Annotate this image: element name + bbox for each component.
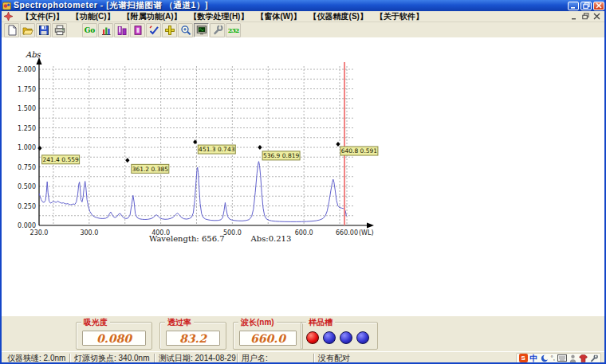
restore-button[interactable]	[580, 2, 592, 10]
status-slit: 仪器狭缝: 2.0nm	[5, 353, 69, 364]
sample-cell-led-blue[interactable]	[340, 331, 352, 344]
status-separator	[69, 354, 71, 362]
open-file-button[interactable]	[20, 23, 35, 37]
color-bar-chart-icon	[100, 25, 112, 36]
menu-about[interactable]: 【关于软件】	[372, 11, 427, 22]
open-folder-icon	[22, 25, 33, 36]
sample-cell-led-red[interactable]	[306, 331, 319, 344]
new-page-icon	[6, 25, 18, 36]
svg-text:1.000: 1.000	[18, 144, 36, 151]
floppy-disk-icon	[38, 25, 49, 36]
sample-cell-leds	[306, 331, 369, 344]
window-title: Spectrophotometer - [光谱扫描图谱 （通道1）]	[14, 0, 566, 11]
settings-wrench-button[interactable]	[210, 23, 225, 37]
minimize-button[interactable]	[568, 2, 579, 10]
mdi-restore-button[interactable]	[580, 12, 591, 22]
svg-text:1.750: 1.750	[18, 86, 36, 93]
wavelength-label: 波长(nm)	[238, 317, 277, 328]
spectrum-client-area: Abs2.0001.7501.5001.2501.0000.7500.5000.…	[2, 38, 604, 316]
save-file-button[interactable]	[36, 23, 51, 37]
mdi-minimize-button[interactable]	[569, 12, 580, 22]
svg-text:(WL): (WL)	[359, 229, 374, 237]
rs232-label: 232	[228, 26, 239, 34]
status-lamp-switch: 灯源切换点: 340.0nm	[72, 353, 153, 364]
sample-cell-led-blue[interactable]	[323, 331, 336, 344]
svg-text:0.250: 0.250	[18, 203, 36, 210]
skin-shirt-icon[interactable]	[579, 354, 588, 362]
svg-text:640.8 0.591: 640.8 0.591	[341, 147, 378, 155]
color-bar-graph-button[interactable]	[98, 23, 113, 37]
document-window-icon[interactable]	[4, 12, 13, 21]
tray-wrench-icon[interactable]	[590, 354, 598, 362]
absorbance-group: 吸光度 0.080	[76, 322, 152, 350]
manual-adjust-button[interactable]	[162, 23, 177, 37]
status-test-date: 测试日期: 2014-08-29	[156, 353, 236, 364]
yellow-cross-icon	[164, 25, 175, 36]
transmittance-value: 83.2	[166, 331, 220, 346]
soft-keyboard-icon[interactable]	[557, 354, 567, 362]
status-pairing: 没有配对	[316, 353, 435, 364]
menu-instrument-accuracy[interactable]: 【仪器精度(S)】	[305, 11, 372, 22]
wavelength-readout: Wavelength: 656.7	[149, 234, 225, 243]
person-icon[interactable]	[569, 354, 576, 362]
chinese-mode-icon[interactable]: 中	[530, 354, 538, 362]
sogou-input-icon[interactable]: S	[519, 354, 528, 362]
svg-text:1.500: 1.500	[18, 105, 36, 112]
sample-cell-group: 样品槽	[301, 322, 378, 350]
checkmark-icon	[148, 25, 159, 36]
svg-text:241.4 0.559: 241.4 0.559	[42, 156, 79, 163]
svg-text:300.0: 300.0	[80, 229, 98, 237]
sample-cell-label: 样品槽	[306, 317, 335, 328]
absorbance-value: 0.080	[82, 331, 146, 346]
svg-text:660.00: 660.00	[336, 229, 358, 237]
wavelength-value: 660.0	[239, 331, 297, 346]
app-window: Spectrophotometer - [光谱扫描图谱 （通道1）] 【文件(F…	[0, 0, 606, 364]
status-separator	[237, 354, 238, 362]
absorbance-label: 吸光度	[81, 317, 110, 328]
purple-bars-icon	[116, 25, 128, 36]
status-bar: 仪器狭缝: 2.0nm 灯源切换点: 340.0nm 测试日期: 2014-08…	[2, 351, 604, 364]
title-bar: Spectrophotometer - [光谱扫描图谱 （通道1）]	[0, 0, 606, 11]
close-button[interactable]	[593, 2, 604, 10]
menu-window[interactable]: 【窗体(W)】	[252, 11, 305, 22]
svg-text:361.2 0.385: 361.2 0.385	[132, 166, 169, 173]
svg-text:0.500: 0.500	[18, 183, 36, 190]
print-button[interactable]	[52, 23, 67, 37]
toolbar: Go 232	[2, 22, 604, 38]
svg-text:0.750: 0.750	[18, 164, 36, 171]
purple-bar-graph-button[interactable]	[114, 23, 129, 37]
transmittance-group: 透过率 83.2	[159, 322, 226, 350]
verify-check-button[interactable]	[146, 23, 161, 37]
svg-text:Abs: Abs	[25, 50, 41, 59]
new-file-button[interactable]	[4, 23, 19, 37]
zoom-in-button[interactable]	[178, 23, 193, 37]
sample-cell-window-button[interactable]	[130, 23, 145, 37]
crt-screen-icon	[196, 25, 207, 36]
input-method-tray: S 中 °,	[516, 353, 601, 364]
abs-readout: Abs:0.213	[251, 234, 292, 243]
purple-door-icon	[132, 25, 144, 36]
cursor-readout: Wavelength: 656.7Abs:0.213	[149, 234, 291, 243]
wavelength-group: 波长(nm) 660.0	[233, 322, 303, 350]
status-username: 用户名:	[239, 353, 313, 364]
menu-file[interactable]: 【文件(F)】	[18, 11, 68, 22]
fullwidth-moon-icon[interactable]	[541, 354, 549, 362]
punctuation-mode-icon[interactable]: °,	[551, 354, 555, 362]
menu-accessory[interactable]: 【附属功能(A)】	[119, 11, 186, 22]
rs232-comm-button[interactable]: 232	[226, 23, 241, 37]
magnifier-plus-icon	[180, 25, 191, 36]
svg-text:451.3 0.743: 451.3 0.743	[199, 146, 235, 153]
menu-math[interactable]: 【数学处理(H)】	[186, 11, 253, 22]
mdi-close-button[interactable]	[591, 12, 602, 22]
go-label: Go	[85, 26, 96, 34]
display-screen-button[interactable]	[194, 23, 209, 37]
menu-function[interactable]: 【功能(C)】	[68, 11, 119, 22]
menu-bar: 【文件(F)】 【功能(C)】 【附属功能(A)】 【数学处理(H)】 【窗体(…	[2, 11, 604, 22]
go-scan-button[interactable]: Go	[82, 23, 97, 37]
transmittance-label: 透过率	[165, 317, 194, 328]
sample-cell-led-blue[interactable]	[356, 331, 369, 344]
mdi-window-controls	[569, 12, 604, 22]
values-panel: 吸光度 0.080 透过率 83.2 波长(nm) 660.0 样品槽	[2, 316, 604, 351]
spectrum-chart[interactable]: Abs2.0001.7501.5001.2501.0000.7500.5000.…	[8, 48, 383, 256]
svg-text:2.000: 2.000	[18, 66, 36, 73]
